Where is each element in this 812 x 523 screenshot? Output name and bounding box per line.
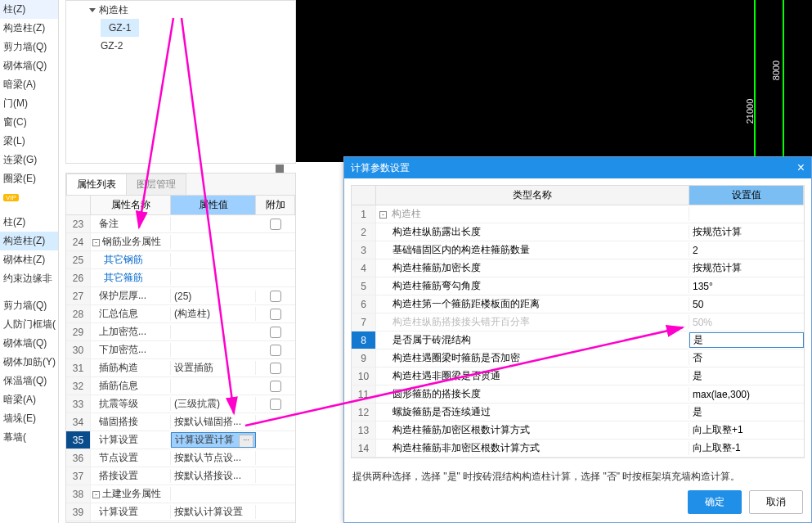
sidebar-item[interactable]: 柱(Z) <box>0 0 58 19</box>
param-value[interactable]: 是 <box>689 332 804 348</box>
cad-canvas[interactable]: 8000 21000 <box>296 0 812 162</box>
sidebar-item[interactable]: 约束边缘非 <box>0 269 58 288</box>
sidebar-item[interactable]: 窗(C) <box>0 113 58 132</box>
checkbox-icon[interactable] <box>270 219 281 230</box>
prop-attach[interactable] <box>256 362 295 374</box>
param-row[interactable]: 15填充墙构造柱做法上下部均采用植筋 <box>352 458 804 458</box>
sidebar-item[interactable]: 幕墙( <box>0 428 58 447</box>
close-icon[interactable]: × <box>797 160 805 175</box>
sidebar-item[interactable]: 剪力墙(Q) <box>0 296 58 315</box>
prop-row[interactable]: 40计算规则按默认计算规... <box>66 521 295 522</box>
param-row[interactable]: 14构造柱箍筋非加密区根数计算方式向上取整-1 <box>352 440 804 458</box>
param-value[interactable]: 50% <box>689 317 804 328</box>
param-row[interactable]: 6构造柱第一个箍筋距楼板面的距离50 <box>352 295 804 313</box>
checkbox-icon[interactable] <box>270 345 281 356</box>
sidebar-item[interactable]: 砌体柱(Z) <box>0 250 58 269</box>
prop-row[interactable]: 31插筋构造设置插筋 <box>66 359 295 377</box>
dialog-titlebar[interactable]: 计算参数设置 × <box>344 157 811 178</box>
prop-row[interactable]: 36节点设置按默认节点设... <box>66 449 295 467</box>
sidebar-item[interactable]: 保温墙(Q) <box>0 372 58 390</box>
ok-button[interactable]: 确定 <box>688 490 742 514</box>
prop-row[interactable]: 39计算设置按默认计算设置 <box>66 503 295 521</box>
prop-value[interactable]: 按默认搭接设... <box>171 469 256 483</box>
sidebar-item[interactable]: 墙垛(E) <box>0 409 58 428</box>
prop-value[interactable]: 设置插筋 <box>171 361 256 375</box>
param-value[interactable]: 向上取整+1 <box>689 423 804 437</box>
prop-row[interactable]: 27保护层厚...(25) <box>66 287 295 305</box>
param-value[interactable]: 2 <box>689 245 804 256</box>
param-row[interactable]: 11圆形箍筋的搭接长度max(lae,300) <box>352 385 804 404</box>
prop-attach[interactable] <box>256 380 295 392</box>
prop-attach[interactable] <box>256 326 295 338</box>
prop-row[interactable]: 25其它钢筋 <box>66 251 295 269</box>
param-row[interactable]: 5构造柱箍筋弯勾角度135° <box>352 277 804 295</box>
prop-body[interactable]: 23备注24-钢筋业务属性25其它钢筋26其它箍筋27保护层厚...(25)28… <box>66 215 295 522</box>
prop-row[interactable]: 23备注 <box>66 215 295 233</box>
sidebar-item[interactable]: 柱(Z) <box>0 213 58 232</box>
param-value[interactable]: 135° <box>689 281 804 292</box>
param-row[interactable]: 10构造柱遇非圈梁是否贯通是 <box>352 367 804 385</box>
param-value[interactable]: 是 <box>689 369 804 383</box>
more-button[interactable]: ⋯ <box>239 435 253 448</box>
checkbox-icon[interactable] <box>270 363 281 374</box>
prop-value[interactable]: (构造柱) <box>171 307 256 321</box>
prop-value[interactable]: 计算设置计算⋯ <box>171 432 256 448</box>
sidebar-item[interactable]: 暗梁(A) <box>0 75 58 94</box>
tree-parent[interactable]: 构造柱 <box>66 1 295 19</box>
param-value[interactable]: 否 <box>689 351 804 365</box>
prop-row[interactable]: 24-钢筋业务属性 <box>66 233 295 251</box>
cancel-button[interactable]: 取消 <box>749 490 803 514</box>
sidebar-item[interactable]: 连梁(G) <box>0 151 58 169</box>
param-row[interactable]: 12螺旋箍筋是否连续通过是 <box>352 404 804 422</box>
sidebar-item[interactable]: 梁(L) <box>0 132 58 151</box>
param-row[interactable]: 8是否属于砖混结构是 <box>352 331 804 349</box>
sidebar-item[interactable]: 砌体墙(Q) <box>0 334 58 353</box>
prop-row[interactable]: 30下加密范... <box>66 341 295 359</box>
param-value[interactable]: 是 <box>689 405 804 419</box>
sidebar-item[interactable]: 暗梁(A) <box>0 390 58 409</box>
param-value[interactable]: max(lae,300) <box>689 389 804 400</box>
checkbox-icon[interactable] <box>270 381 281 392</box>
prop-row[interactable]: 37搭接设置按默认搭接设... <box>66 467 295 485</box>
param-value[interactable]: 50 <box>689 299 804 310</box>
sidebar-item[interactable]: 构造柱(Z) <box>0 232 58 250</box>
param-value[interactable]: 向上取整-1 <box>689 441 804 455</box>
prop-value[interactable]: (25) <box>171 291 256 302</box>
prop-row[interactable]: 38-土建业务属性 <box>66 485 295 503</box>
param-row[interactable]: 1- 构造柱 <box>352 205 804 223</box>
param-value[interactable]: 按规范计算 <box>689 225 804 239</box>
prop-row[interactable]: 35计算设置计算设置计算⋯ <box>66 431 295 449</box>
pin-icon[interactable] <box>276 165 284 173</box>
param-value[interactable]: 按规范计算 <box>689 261 804 275</box>
checkbox-icon[interactable] <box>270 399 281 410</box>
dialog-grid[interactable]: 类型名称 设置值 1- 构造柱2构造柱纵筋露出长度按规范计算3基础锚固区内的构造… <box>351 185 805 458</box>
param-row[interactable]: 13构造柱箍筋加密区根数计算方式向上取整+1 <box>352 422 804 440</box>
checkbox-icon[interactable] <box>270 291 281 302</box>
sidebar-item[interactable]: 门(M) <box>0 94 58 113</box>
tree-child[interactable]: GZ-2 <box>66 37 295 55</box>
tree-child[interactable]: GZ-1 <box>66 19 295 37</box>
sidebar-item[interactable]: 圈梁(E) <box>0 169 58 188</box>
checkbox-icon[interactable] <box>270 327 281 338</box>
prop-attach[interactable] <box>256 398 295 410</box>
param-row[interactable]: 4构造柱箍筋加密长度按规范计算 <box>352 259 804 277</box>
prop-attach[interactable] <box>256 218 295 230</box>
param-row[interactable]: 9构造柱遇圈梁时箍筋是否加密否 <box>352 349 804 367</box>
prop-attach[interactable] <box>256 290 295 302</box>
param-row[interactable]: 3基础锚固区内的构造柱箍筋数量2 <box>352 241 804 259</box>
sidebar-item[interactable]: 剪力墙(Q) <box>0 38 58 56</box>
prop-row[interactable]: 32插筋信息 <box>66 377 295 395</box>
param-row[interactable]: 2构造柱纵筋露出长度按规范计算 <box>352 223 804 241</box>
sidebar-item[interactable]: 砌体加筋(Y) <box>0 353 58 372</box>
tab-properties[interactable]: 属性列表 <box>66 174 127 195</box>
prop-value[interactable]: 按默认节点设... <box>171 451 256 465</box>
prop-row[interactable]: 26其它箍筋 <box>66 269 295 287</box>
prop-row[interactable]: 34锚固搭接按默认锚固搭... <box>66 413 295 431</box>
prop-row[interactable]: 33抗震等级(三级抗震) <box>66 395 295 413</box>
prop-row[interactable]: 28汇总信息(构造柱) <box>66 305 295 323</box>
col-value[interactable]: 属性值 <box>171 196 256 214</box>
prop-attach[interactable] <box>256 308 295 320</box>
sidebar-item[interactable]: 构造柱(Z) <box>0 19 58 38</box>
prop-value[interactable]: 按默认计算设置 <box>171 505 256 519</box>
prop-value[interactable]: (三级抗震) <box>171 397 256 411</box>
